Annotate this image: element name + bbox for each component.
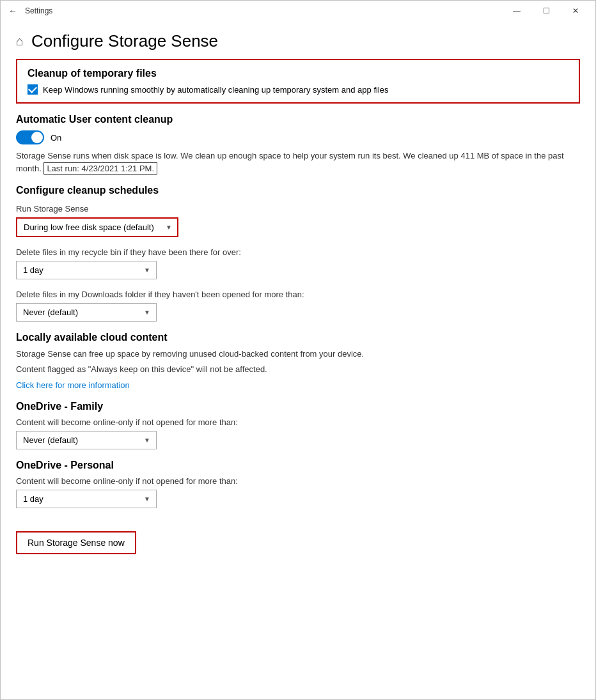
title-bar-title: Settings [25, 6, 52, 15]
title-bar-left: ← Settings [6, 3, 52, 19]
back-icon: ← [8, 6, 17, 16]
title-bar-back-button[interactable]: ← [6, 3, 20, 19]
onedrive-personal-section: OneDrive - Personal Content will become … [16, 460, 580, 508]
downloads-dropdown[interactable]: Never (default) 1 day 14 days 30 days 60… [16, 303, 157, 322]
run-storage-sense-now-button[interactable]: Run Storage Sense now [16, 531, 136, 554]
storage-sense-toggle[interactable] [16, 130, 44, 144]
onedrive-family-label: Content will become online-only if not o… [16, 417, 580, 427]
cloud-content-desc2: Content flagged as "Always keep on this … [16, 364, 580, 375]
recycle-bin-dropdown[interactable]: 1 day 14 days 30 days 60 days Never ▼ [16, 261, 157, 279]
cloud-content-desc1: Storage Sense can free up space by remov… [16, 348, 580, 360]
onedrive-personal-title: OneDrive - Personal [16, 460, 580, 471]
toggle-label: On [51, 133, 61, 143]
minimize-button[interactable]: — [502, 1, 531, 21]
cloud-content-link[interactable]: Click here for more information [16, 380, 130, 390]
cleanup-checkbox[interactable] [27, 84, 38, 95]
configure-cleanup-schedules-section: Configure cleanup schedules Run Storage … [16, 185, 580, 322]
cleanup-checkbox-label: Keep Windows running smoothly by automat… [43, 85, 389, 95]
recycle-bin-select[interactable]: 1 day 14 days 30 days 60 days Never [16, 261, 157, 279]
recycle-bin-label: Delete files in my recycle bin if they h… [16, 247, 580, 257]
settings-window: ← Settings — ☐ ✕ ⌂ Configure Storage Sen… [0, 0, 596, 700]
cleanup-temporary-files-section: Cleanup of temporary files Keep Windows … [16, 59, 580, 104]
cleanup-checkbox-row: Keep Windows running smoothly by automat… [27, 84, 569, 95]
onedrive-family-select[interactable]: Never (default) 1 day 14 days 30 days 60… [16, 431, 157, 449]
title-bar: ← Settings — ☐ ✕ [1, 1, 595, 21]
onedrive-family-title: OneDrive - Family [16, 401, 580, 412]
automatic-cleanup-description: Storage Sense runs when disk space is lo… [16, 150, 580, 175]
run-storage-sense-label: Run Storage Sense [16, 204, 580, 214]
title-bar-controls: — ☐ ✕ [502, 1, 590, 21]
onedrive-personal-label: Content will become online-only if not o… [16, 476, 580, 486]
home-icon: ⌂ [16, 34, 24, 49]
cloud-content-title: Locally available cloud content [16, 332, 580, 343]
automatic-cleanup-section: Automatic User content cleanup On Storag… [16, 114, 580, 175]
page-title: Configure Storage Sense [31, 31, 218, 51]
configure-cleanup-title: Configure cleanup schedules [16, 185, 580, 196]
onedrive-personal-select[interactable]: 1 day 14 days 30 days 60 days Never (def… [16, 490, 157, 508]
close-button[interactable]: ✕ [561, 1, 590, 21]
onedrive-family-dropdown[interactable]: Never (default) 1 day 14 days 30 days 60… [16, 431, 157, 449]
onedrive-personal-dropdown[interactable]: 1 day 14 days 30 days 60 days Never (def… [16, 490, 157, 508]
onedrive-family-section: OneDrive - Family Content will become on… [16, 401, 580, 449]
downloads-label: Delete files in my Downloads folder if t… [16, 290, 580, 299]
last-run-highlight: Last run: 4/23/2021 1:21 PM. [43, 162, 157, 175]
cloud-content-section: Locally available cloud content Storage … [16, 332, 580, 391]
content-area: ⌂ Configure Storage Sense Cleanup of tem… [1, 21, 595, 699]
run-storage-sense-select[interactable]: During low free disk space (default) Eve… [16, 217, 178, 237]
downloads-select[interactable]: Never (default) 1 day 14 days 30 days 60… [16, 303, 157, 322]
maximize-button[interactable]: ☐ [531, 1, 561, 21]
run-storage-sense-dropdown[interactable]: During low free disk space (default) Eve… [16, 217, 178, 237]
toggle-row: On [16, 130, 580, 144]
automatic-cleanup-title: Automatic User content cleanup [16, 114, 580, 125]
page-header: ⌂ Configure Storage Sense [16, 21, 580, 59]
cleanup-temporary-files-title: Cleanup of temporary files [27, 68, 569, 79]
